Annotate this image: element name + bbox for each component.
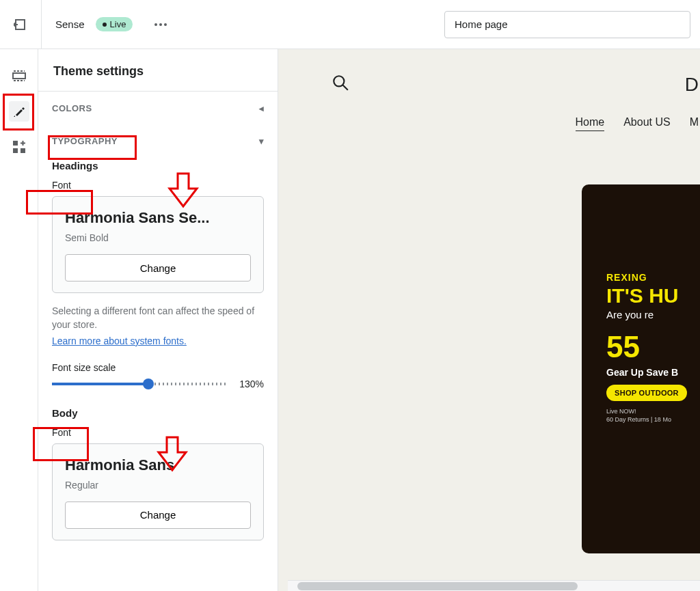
preview-h-scrollbar-thumb[interactable] — [297, 582, 578, 590]
hero-brand: REXING — [606, 272, 700, 283]
hero-tiny2: 60 Day Returns | 18 Mo — [606, 416, 700, 424]
more-button[interactable] — [152, 16, 170, 33]
page-dropdown[interactable]: Home page — [444, 11, 690, 38]
svg-line-11 — [342, 85, 348, 90]
headings-heading: Headings — [52, 160, 264, 171]
paint-icon — [12, 105, 26, 118]
hero-line1: IT'S HU — [606, 284, 700, 307]
dots-icon — [154, 23, 167, 26]
svg-rect-9 — [13, 148, 18, 153]
heading-change-button[interactable]: Change — [65, 254, 251, 281]
chevron-down-icon: ▾ — [259, 136, 265, 146]
live-badge: Live — [96, 17, 133, 31]
preview-nav: Home About US M — [576, 116, 699, 131]
left-rail — [0, 49, 38, 591]
svg-point-10 — [334, 76, 344, 86]
font-size-scale: Font size scale 130% — [52, 362, 264, 389]
nav-home[interactable]: Home — [576, 116, 605, 131]
font-help-link[interactable]: Learn more about system fonts. — [52, 335, 187, 346]
svg-point-1 — [154, 23, 157, 26]
hero-big: 55 — [606, 330, 700, 364]
heading-font-card: Harmonia Sans Se... Semi Bold Change — [52, 196, 264, 293]
body-font-style: Regular — [65, 480, 251, 491]
preview-hero: REXING IT'S HU Are you re 55 Gear Up Sav… — [582, 184, 700, 553]
exit-icon — [14, 18, 27, 31]
body-font-name: Harmonia Sans — [65, 456, 251, 474]
settings-panel: Theme settings Colors ◂ Typography ▾ Hea… — [38, 49, 278, 591]
body-font-label: Font — [52, 427, 264, 438]
hero-line2: Are you re — [606, 309, 700, 320]
colors-label: Colors — [52, 103, 92, 113]
body-font-card: Harmonia Sans Regular Change — [52, 443, 264, 540]
slider-thumb[interactable] — [143, 379, 154, 389]
rail-apps[interactable] — [9, 137, 29, 157]
font-size-scale-label: Font size scale — [52, 362, 264, 373]
panel-title: Theme settings — [38, 49, 278, 92]
colors-section[interactable]: Colors ◂ — [38, 92, 278, 124]
hero-tiny1: Live NOW! — [606, 408, 700, 416]
heading-font-name: Harmonia Sans Se... — [65, 209, 251, 227]
nav-about[interactable]: About US — [623, 116, 670, 131]
page-dropdown-label: Home page — [455, 18, 508, 30]
svg-rect-4 — [13, 73, 25, 79]
exit-button[interactable] — [10, 14, 31, 36]
svg-point-2 — [159, 23, 162, 26]
typography-label: Typography — [52, 136, 118, 146]
nav-m[interactable]: M — [690, 116, 699, 131]
hero-sub: Gear Up Save B — [606, 367, 700, 378]
svg-rect-8 — [21, 148, 25, 153]
svg-rect-7 — [13, 141, 18, 146]
body-heading: Body — [52, 407, 264, 419]
preview-h-scrollbar[interactable] — [288, 580, 700, 591]
slider-track[interactable] — [52, 383, 227, 385]
apps-icon — [13, 141, 25, 153]
preview-pane: D Home About US M REXING IT'S HU Are you… — [278, 49, 700, 591]
main: Theme settings Colors ◂ Typography ▾ Hea… — [0, 49, 700, 591]
topbar: Sense Live Home page — [0, 0, 700, 49]
rail-sections[interactable] — [9, 66, 29, 86]
font-label: Font — [52, 180, 264, 191]
hero-cta[interactable]: SHOP OUTDOOR — [606, 385, 687, 401]
font-help-text: Selecting a different font can affect th… — [52, 304, 264, 332]
font-size-scale-value: 130% — [234, 379, 264, 389]
svg-point-3 — [164, 23, 167, 26]
sections-icon — [12, 70, 26, 81]
rail-theme-settings[interactable] — [9, 101, 29, 122]
typography-section[interactable]: Typography ▾ — [38, 124, 278, 157]
typography-body: Headings Font Harmonia Sans Se... Semi B… — [38, 157, 278, 565]
theme-name: Sense — [55, 18, 85, 30]
preview-search-icon[interactable] — [332, 74, 349, 92]
preview-logo: D — [685, 74, 699, 96]
divider — [41, 0, 42, 49]
chevron-left-icon: ◂ — [259, 103, 265, 113]
panel-scroll[interactable]: Colors ◂ Typography ▾ Headings Font Harm… — [38, 92, 278, 591]
body-change-button[interactable]: Change — [65, 501, 251, 529]
heading-font-style: Semi Bold — [65, 232, 251, 243]
